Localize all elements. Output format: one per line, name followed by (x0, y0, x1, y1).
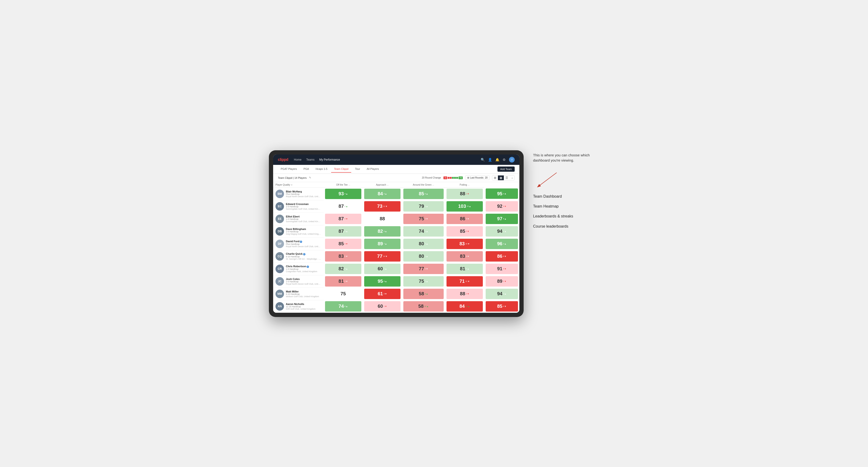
player-handicap: 6-10 Handicap (286, 255, 321, 258)
table-row[interactable]: EE Elliot Ebert 1-5 Handicap Sunningdale… (273, 213, 519, 225)
tab-team-clippd[interactable]: Team Clippd (331, 165, 351, 173)
player-club: Royal North Devon Golf Club, United King… (286, 283, 321, 285)
score-content: 89 7▲ (364, 239, 401, 249)
player-avatar: EC (276, 202, 284, 211)
view-heatmap-button[interactable]: ▦ (498, 176, 504, 180)
score-content: 92 3▼ (486, 201, 518, 212)
score-content: 86 6▼ (446, 214, 483, 224)
score-change: 3▲ (503, 293, 506, 295)
score-change: 3▼ (425, 268, 428, 270)
score-change: 3▲ (345, 268, 348, 270)
player-name[interactable]: Matt Miller (286, 290, 319, 293)
tablet-screen: clippd Home Teams My Performance 🔍 👤 🔔 ⚙… (273, 154, 519, 313)
table-row[interactable]: DB Dave Billingham 1-5 Handicap Gog Mago… (273, 225, 519, 238)
score-cell: 60 1▼ (363, 300, 402, 312)
sort-arrow-putting[interactable]: — (468, 184, 470, 186)
score-change: 1▲ (425, 230, 428, 232)
player-name[interactable]: Elliot Ebert (286, 215, 321, 218)
score-content: 77 3▼ (403, 264, 444, 274)
player-name[interactable]: Chris Robertson✓ (286, 265, 317, 268)
score-change: 3▼ (345, 255, 348, 257)
player-club: Craigmillar Park, United Kingdom (286, 270, 317, 273)
player-cell: AN Aaron Nicholls 11-15 Handicap Drift G… (273, 300, 323, 312)
search-icon[interactable]: 🔍 (481, 158, 485, 161)
table-row[interactable]: CR Chris Robertson✓ 1-5 Handicap Craigmi… (273, 262, 519, 275)
score-cell: 77 3▼ (402, 262, 445, 275)
table-row[interactable]: EC Edward Crossman 1-5 Handicap Sunningd… (273, 200, 519, 213)
score-cell: 81 4▲ (445, 262, 484, 275)
user-avatar[interactable]: U (509, 157, 515, 162)
table-row[interactable]: CQ Charlie Quick✓ 6-10 Handicap St. Geor… (273, 250, 519, 262)
score-content: 97 5▲ (486, 214, 518, 224)
player-name[interactable]: Josh Coles (286, 278, 321, 280)
score-change: 10▲ (424, 305, 429, 308)
score-number: 84 (378, 191, 383, 196)
player-name[interactable]: David Ford✓ (286, 240, 321, 243)
view-grid-button[interactable]: ⊞ (492, 176, 498, 180)
tab-tour[interactable]: Tour (352, 165, 363, 173)
player-details: Matt Miller 6-10 Handicap Woburn Golf Cl… (286, 290, 319, 298)
table-body: BM Blair McHarg Plus Handicap Royal Nort… (273, 187, 519, 312)
score-cell: 79 9▲ (402, 200, 445, 213)
score-content: 85 3▼ (325, 239, 361, 249)
player-name[interactable]: Charlie Quick✓ (286, 252, 321, 255)
table-row[interactable]: DF David Ford✓ Plus Handicap Royal North… (273, 238, 519, 250)
avatar-initials: CR (276, 264, 284, 273)
tab-pga[interactable]: PGA (301, 165, 312, 173)
player-info: DF David Ford✓ Plus Handicap Royal North… (276, 240, 321, 248)
last-rounds-button[interactable]: ⊞ Last Rounds: 20 (465, 176, 490, 180)
edit-icon[interactable]: ✎ (309, 176, 311, 179)
tab-hcaps[interactable]: Hcaps 1-5 (313, 165, 330, 173)
player-info: CQ Charlie Quick✓ 6-10 Handicap St. Geor… (276, 252, 321, 261)
player-name[interactable]: Edward Crossman (286, 203, 321, 206)
table-row[interactable]: MM Matt Miller 6-10 Handicap Woburn Golf… (273, 287, 519, 300)
annotation-item-3: Course leaderboards (533, 224, 599, 229)
score-cell: 88 2▼ (445, 287, 484, 300)
score-content: 84 6▲ (364, 189, 401, 199)
player-name[interactable]: Dave Billingham (286, 228, 321, 230)
player-name[interactable]: Aaron Nicholls (286, 303, 316, 305)
indicator-bar (448, 177, 458, 179)
score-change: 1▲ (345, 205, 348, 208)
user-icon[interactable]: 👤 (488, 158, 492, 161)
player-avatar: MM (276, 290, 284, 298)
score-change: 4▲ (466, 268, 469, 270)
tab-pgat-players[interactable]: PGAT Players (278, 165, 300, 173)
svg-line-1 (538, 173, 557, 187)
settings-icon[interactable]: ⚙ (503, 158, 506, 161)
score-content: 89 2▼ (486, 276, 518, 286)
view-download-button[interactable]: ↓ (510, 176, 515, 180)
player-handicap: 11-15 Handicap (286, 305, 316, 308)
tablet-device: clippd Home Teams My Performance 🔍 👤 🔔 ⚙… (269, 150, 524, 317)
score-content: 71 11▼ (446, 276, 483, 286)
score-change: 8▲ (383, 280, 387, 283)
player-info: CR Chris Robertson✓ 1-5 Handicap Craigmi… (276, 264, 321, 273)
score-number: 85 (460, 228, 465, 234)
score-content: 96 3▲ (486, 239, 518, 249)
team-name-label: Team Clippd | 14 Players (278, 177, 307, 179)
score-number: 75 (419, 216, 424, 221)
score-content: 74 1▲ (403, 226, 444, 237)
table-row[interactable]: AN Aaron Nicholls 11-15 Handicap Drift G… (273, 300, 519, 312)
tab-all-players[interactable]: All Players (364, 165, 382, 173)
nav-link-my-performance[interactable]: My Performance (319, 158, 340, 161)
table-row[interactable]: BM Blair McHarg Plus Handicap Royal Nort… (273, 187, 519, 200)
score-change: 15▲ (467, 205, 471, 208)
score-cell: 83 10▼ (445, 238, 484, 250)
score-content: 85 3▼ (446, 226, 483, 237)
nav-link-teams[interactable]: Teams (306, 158, 314, 161)
nav-link-home[interactable]: Home (294, 158, 302, 161)
sort-arrow-tee[interactable]: — (348, 184, 350, 186)
table-row[interactable]: JC Josh Coles 1-5 Handicap Royal North D… (273, 275, 519, 287)
view-list-button[interactable]: ☰ (504, 176, 510, 180)
bell-icon[interactable]: 🔔 (495, 158, 499, 161)
sort-arrow-green[interactable]: — (432, 184, 434, 186)
score-cell: 95 9▲ (484, 187, 519, 200)
score-cell: 83 3▼ (323, 250, 363, 262)
player-name[interactable]: Blair McHarg (286, 190, 321, 193)
score-cell: 74 8▲ (323, 300, 363, 312)
add-team-button[interactable]: Add Team (497, 166, 515, 172)
score-cell: 58 10▲ (402, 300, 445, 312)
sort-arrow-approach[interactable]: — (387, 184, 389, 186)
sort-arrow-player[interactable]: ▼ (291, 184, 293, 186)
